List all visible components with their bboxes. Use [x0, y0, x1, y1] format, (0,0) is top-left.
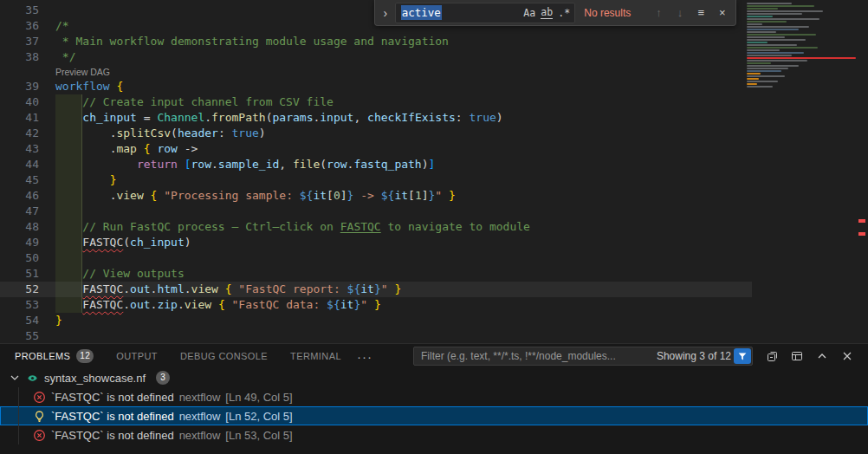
- regex-icon[interactable]: .*: [555, 4, 573, 22]
- token: [55, 126, 110, 139]
- line-number[interactable]: 39: [0, 79, 55, 94]
- line-number[interactable]: 51: [0, 266, 55, 282]
- code-line-53[interactable]: 53 FASTQC.out.zip.view { "FastQC data: $…: [0, 297, 752, 313]
- code-line-45[interactable]: 45 }: [0, 172, 752, 188]
- codelens-preview-dag[interactable]: Preview DAG: [0, 65, 752, 79]
- problems-filter-input[interactable]: Filter (e.g. text, **/*.ts, !**/node_mod…: [413, 347, 753, 366]
- minimap-line: [747, 42, 768, 43]
- problems-tree: syntax_showcase.nf 3 `FASTQC` is not def…: [0, 368, 868, 444]
- code-line-46[interactable]: 46 .view { "Processing sample: ${it[0]} …: [0, 188, 752, 204]
- line-number[interactable]: 52: [0, 282, 55, 297]
- panel-tab-problems[interactable]: PROBLEMS12: [15, 344, 94, 368]
- token: row: [327, 158, 347, 171]
- filter-showing-count: Showing 3 of 12: [657, 350, 731, 362]
- token: ]: [340, 189, 347, 202]
- match-case-icon[interactable]: Aa: [521, 4, 538, 22]
- token: {: [144, 142, 151, 155]
- token: }: [374, 282, 381, 295]
- toggle-replace-button[interactable]: ›: [379, 6, 392, 20]
- line-number[interactable]: 44: [0, 157, 55, 172]
- collapse-all-icon[interactable]: [763, 347, 781, 365]
- token: out: [130, 298, 150, 311]
- code-line-42[interactable]: 42 .splitCsv(header: true): [0, 126, 752, 141]
- token: 0: [334, 189, 340, 202]
- line-number[interactable]: 48: [0, 219, 55, 235]
- line-number[interactable]: 35: [0, 3, 55, 18]
- more-panel-tabs-icon[interactable]: ···: [357, 349, 372, 364]
- token: // View outputs: [55, 267, 185, 280]
- editor[interactable]: 3536/*37 * Main workflow demonstrating m…: [0, 0, 868, 343]
- find-input[interactable]: active Aa ab .*: [395, 3, 576, 23]
- line-number[interactable]: 45: [0, 172, 55, 188]
- overview-ruler[interactable]: [858, 0, 868, 343]
- code-line-49[interactable]: 49 FASTQC(ch_input): [0, 235, 752, 250]
- code-text: // Create input channel from CSV file: [55, 94, 752, 110]
- maximize-panel-icon[interactable]: [813, 347, 831, 365]
- line-number[interactable]: 40: [0, 94, 55, 110]
- code-line-54[interactable]: 54}: [0, 313, 752, 328]
- panel-tab-terminal[interactable]: TERMINAL: [290, 344, 341, 368]
- token: (: [320, 158, 327, 171]
- token: (: [171, 126, 178, 139]
- minimap-line: [747, 34, 816, 36]
- minimap[interactable]: [743, 0, 858, 95]
- line-number[interactable]: 42: [0, 126, 55, 141]
- previous-match-icon[interactable]: ↑: [650, 3, 667, 22]
- problems-file-row[interactable]: syntax_showcase.nf 3: [0, 368, 868, 387]
- code-line-48[interactable]: 48 // Run FastQC process – Ctrl–click on…: [0, 219, 752, 235]
- line-number[interactable]: 38: [0, 49, 55, 65]
- panel-tab-debug-console[interactable]: DEBUG CONSOLE: [180, 344, 268, 368]
- code-line-43[interactable]: 43 .map { row ->: [0, 141, 752, 157]
- code-line-44[interactable]: 44 return [row.sample_id, file(row.fastq…: [0, 157, 752, 172]
- code-line-40[interactable]: 40 // Create input channel from CSV file: [0, 94, 752, 110]
- line-number[interactable]: 53: [0, 297, 55, 313]
- close-find-icon[interactable]: ×: [714, 3, 731, 22]
- minimap-line: [747, 5, 814, 7]
- code-line-37[interactable]: 37 * Main workflow demonstrating module …: [0, 34, 752, 49]
- close-panel-icon[interactable]: [839, 347, 856, 365]
- nextflow-file-icon: [25, 371, 39, 385]
- line-number[interactable]: 43: [0, 141, 55, 157]
- panel-tab-output[interactable]: OUTPUT: [116, 344, 158, 368]
- code-text: // Run FastQC process – Ctrl–click on FA…: [55, 219, 752, 235]
- code-line-51[interactable]: 51 // View outputs: [0, 266, 752, 282]
- line-number[interactable]: 37: [0, 34, 55, 49]
- token: [: [327, 189, 334, 202]
- line-number[interactable]: 47: [0, 204, 55, 219]
- filter-funnel-icon[interactable]: [734, 348, 751, 364]
- code-text: .map { row ->: [55, 141, 752, 157]
- token: [55, 173, 110, 186]
- minimap-line: [747, 60, 807, 62]
- problem-row[interactable]: `FASTQC` is not definednextflow[Ln 53, C…: [0, 425, 868, 444]
- find-in-selection-icon[interactable]: ≡: [692, 3, 709, 22]
- code-line-47[interactable]: 47: [0, 204, 752, 219]
- chevron-down-icon[interactable]: [8, 371, 22, 385]
- problem-row[interactable]: `FASTQC` is not definednextflow[Ln 49, C…: [0, 387, 868, 406]
- code-line-41[interactable]: 41 ch_input = Channel.fromPath(params.in…: [0, 110, 752, 126]
- problem-row[interactable]: `FASTQC` is not definednextflow[Ln 52, C…: [0, 406, 868, 425]
- line-number[interactable]: 55: [0, 328, 55, 344]
- line-number[interactable]: 49: [0, 235, 55, 250]
- code-line-55[interactable]: 55: [0, 328, 752, 344]
- token: ${: [327, 298, 340, 311]
- problem-source: nextflow: [179, 429, 221, 442]
- code-line-39[interactable]: 39workflow {: [0, 79, 752, 94]
- code-line-50[interactable]: 50: [0, 250, 752, 266]
- line-number[interactable]: 41: [0, 110, 55, 126]
- token: splitCsv: [116, 126, 171, 139]
- token: params: [273, 111, 314, 124]
- token: .: [185, 282, 191, 295]
- code-line-38[interactable]: 38 */: [0, 49, 752, 65]
- line-number[interactable]: 54: [0, 313, 55, 328]
- token: FASTQC: [340, 220, 381, 233]
- code-line-52[interactable]: 52 FASTQC.out.html.view { "FastQC report…: [0, 282, 752, 297]
- code-text: return [row.sample_id, file(row.fastq_pa…: [55, 157, 752, 172]
- minimap-line: [747, 86, 773, 88]
- line-number[interactable]: 36: [0, 18, 55, 34]
- line-number[interactable]: 46: [0, 188, 55, 204]
- token: row: [191, 158, 211, 171]
- next-match-icon[interactable]: ↓: [671, 3, 689, 22]
- view-as-table-icon[interactable]: [788, 347, 806, 365]
- line-number[interactable]: 50: [0, 250, 55, 266]
- whole-word-icon[interactable]: ab: [538, 4, 555, 22]
